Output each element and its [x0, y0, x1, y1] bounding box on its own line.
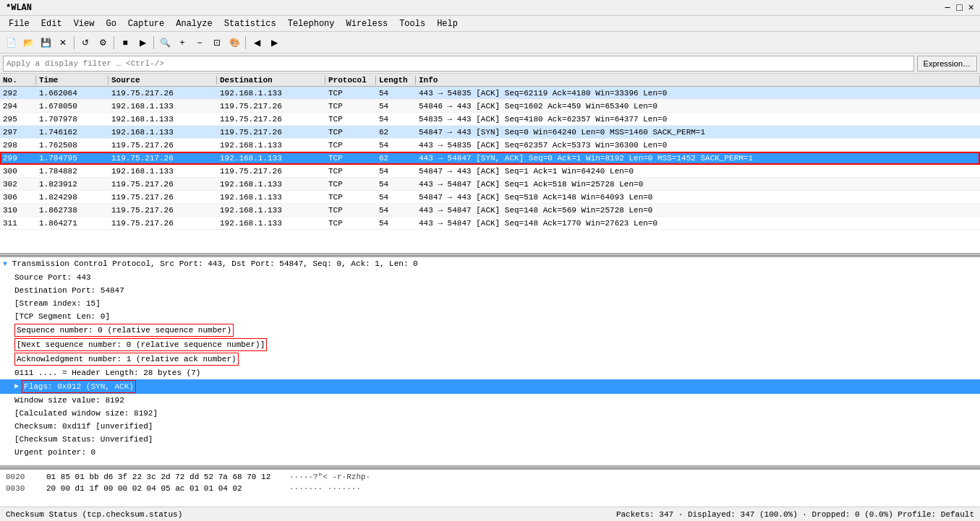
- open-button[interactable]: 📂: [20, 35, 36, 51]
- col-header-protocol: Protocol: [325, 76, 376, 85]
- menu-item-edit[interactable]: Edit: [35, 17, 68, 30]
- ack-number-row: Acknowledgment number: 1 (relative ack n…: [0, 352, 980, 366]
- col-header-no: No.: [0, 76, 36, 85]
- menubar: FileEditViewGoCaptureAnalyzeStatisticsTe…: [0, 16, 980, 32]
- separator-4: [245, 36, 246, 49]
- col-header-source: Source: [108, 76, 217, 85]
- calc-window-value: [Calculated window size: 8192]: [14, 409, 158, 418]
- reset-zoom-button[interactable]: ⊡: [209, 35, 225, 51]
- checksum-status-row: [Checksum Status: Unverified]: [0, 433, 980, 446]
- src-port-value: Source Port: 443: [14, 273, 91, 282]
- expression-button[interactable]: Expression…: [917, 56, 977, 72]
- dst-port-value: Destination Port: 54847: [14, 286, 124, 295]
- col-header-info: Info: [416, 76, 980, 85]
- seq-number-row: Sequence number: 0 (relative sequence nu…: [0, 323, 980, 337]
- minimize-button[interactable]: −: [945, 2, 950, 14]
- reload-button[interactable]: ↺: [77, 35, 93, 51]
- stream-index-row: [Stream index: 15]: [0, 297, 980, 310]
- forward-button[interactable]: ▶: [266, 35, 282, 51]
- colorize-button[interactable]: 🎨: [226, 35, 242, 51]
- hex-row: 002001 85 01 bb d6 3f 22 3c 2d 72 dd 52 …: [6, 471, 974, 483]
- window-size-row: Window size value: 8192: [0, 394, 980, 407]
- table-row[interactable]: 2951.707978192.168.1.133119.75.217.26TCP…: [0, 113, 980, 126]
- maximize-button[interactable]: □: [956, 2, 962, 14]
- menu-item-file[interactable]: File: [3, 17, 35, 30]
- dst-port-row: Destination Port: 54847: [0, 284, 980, 297]
- flags-expand-row[interactable]: ▶ Flags: 0x012 (SYN, ACK): [0, 379, 980, 394]
- packet-rows: 2921.662064119.75.217.26192.168.1.133TCP…: [0, 87, 980, 230]
- stop-button[interactable]: ■: [117, 35, 133, 51]
- header-len-value: 0111 .... = Header Length: 28 bytes (7): [14, 369, 200, 377]
- menu-item-telephony[interactable]: Telephony: [282, 17, 341, 30]
- menu-item-go[interactable]: Go: [100, 17, 122, 30]
- filter-input[interactable]: [3, 56, 914, 72]
- table-row[interactable]: 3111.864271119.75.217.26192.168.1.133TCP…: [0, 217, 980, 230]
- table-row[interactable]: 2941.678050192.168.1.133119.75.217.26TCP…: [0, 100, 980, 113]
- window-controls: − □ ×: [945, 2, 974, 14]
- col-header-time: Time: [36, 76, 108, 85]
- seq-number-box: Sequence number: 0 (relative sequence nu…: [14, 324, 234, 337]
- next-seq-box: [Next sequence number: 0 (relative seque…: [14, 338, 267, 351]
- menu-item-view[interactable]: View: [68, 17, 101, 30]
- filterbar: Expression…: [0, 53, 980, 74]
- flags-box: Flags: 0x012 (SYN, ACK): [22, 380, 136, 393]
- statusbar: Checksum Status (tcp.checksum.status) Pa…: [0, 507, 980, 521]
- capture-options-button[interactable]: ⚙: [95, 35, 111, 51]
- back-button[interactable]: ◀: [249, 35, 265, 51]
- tcp-expand-row[interactable]: ▼ Transmission Control Protocol, Src Por…: [0, 257, 980, 271]
- window-title: *WLAN: [6, 3, 32, 13]
- tcp-seg-len-value: [TCP Segment Len: 0]: [14, 312, 110, 321]
- hex-row: 003020 00 d1 1f 00 00 02 04 05 ac 01 01 …: [6, 483, 974, 494]
- next-seq-row: [Next sequence number: 0 (relative seque…: [0, 337, 980, 352]
- separator-2: [114, 36, 114, 49]
- packet-list: No. Time Source Destination Protocol Len…: [0, 74, 980, 253]
- col-header-length: Length: [376, 76, 416, 85]
- table-row[interactable]: 2921.662064119.75.217.26192.168.1.133TCP…: [0, 87, 980, 100]
- menu-item-capture[interactable]: Capture: [122, 17, 170, 30]
- header-len-row: 0111 .... = Header Length: 28 bytes (7): [0, 366, 980, 379]
- zoom-in-button[interactable]: +: [174, 35, 190, 51]
- urgent-ptr-row: Urgent pointer: 0: [0, 446, 980, 459]
- window-size-value: Window size value: 8192: [14, 396, 124, 405]
- checksum-status-value: [Checksum Status: Unverified]: [14, 435, 153, 444]
- status-right: Packets: 347 · Displayed: 347 (100.0%) ·…: [616, 510, 974, 519]
- menu-item-statistics[interactable]: Statistics: [218, 17, 282, 30]
- table-row[interactable]: 3101.862738119.75.217.26192.168.1.133TCP…: [0, 204, 980, 217]
- menu-item-help[interactable]: Help: [431, 17, 464, 30]
- urgent-ptr-value: Urgent pointer: 0: [14, 448, 95, 457]
- detail-pane: ▼ Transmission Control Protocol, Src Por…: [0, 256, 980, 465]
- tcp-header-label: Transmission Control Protocol, Src Port:…: [12, 259, 418, 268]
- tcp-seg-len-row: [TCP Segment Len: 0]: [0, 310, 980, 323]
- hex-pane: 002001 85 01 bb d6 3f 22 3c 2d 72 dd 52 …: [0, 468, 980, 512]
- calc-window-row: [Calculated window size: 8192]: [0, 407, 980, 420]
- close-button[interactable]: ×: [968, 2, 974, 14]
- table-row[interactable]: 3021.823912119.75.217.26192.168.1.133TCP…: [0, 178, 980, 191]
- table-row[interactable]: 3061.824298119.75.217.26192.168.1.133TCP…: [0, 191, 980, 204]
- table-row[interactable]: 2971.746162192.168.1.133119.75.217.26TCP…: [0, 126, 980, 139]
- menu-item-wireless[interactable]: Wireless: [341, 17, 394, 30]
- stream-index-value: [Stream index: 15]: [14, 299, 101, 308]
- restart-button[interactable]: ▶: [135, 35, 150, 51]
- menu-item-analyze[interactable]: Analyze: [170, 17, 218, 30]
- titlebar: *WLAN − □ ×: [0, 0, 980, 16]
- menu-item-tools[interactable]: Tools: [393, 17, 431, 30]
- table-row[interactable]: 3001.784882192.168.1.133119.75.217.26TCP…: [0, 165, 980, 178]
- table-row[interactable]: 2981.762508119.75.217.26192.168.1.133TCP…: [0, 139, 980, 152]
- save-button[interactable]: 💾: [38, 35, 54, 51]
- zoom-out-button[interactable]: −: [192, 35, 208, 51]
- status-left: Checksum Status (tcp.checksum.status): [6, 510, 182, 519]
- table-row[interactable]: 2991.784795119.75.217.26192.168.1.133TCP…: [0, 152, 980, 165]
- find-button[interactable]: 🔍: [157, 35, 173, 51]
- packet-list-header: No. Time Source Destination Protocol Len…: [0, 74, 980, 87]
- ack-number-box: Acknowledgment number: 1 (relative ack n…: [14, 353, 239, 366]
- src-port-row: Source Port: 443: [0, 271, 980, 284]
- new-capture-button[interactable]: 📄: [3, 35, 19, 51]
- checksum-value: Checksum: 0xd11f [unverified]: [14, 422, 153, 431]
- col-header-destination: Destination: [217, 76, 325, 85]
- separator-3: [153, 36, 154, 49]
- toolbar: 📄 📂 💾 ✕ ↺ ⚙ ■ ▶ 🔍 + − ⊡ 🎨 ◀ ▶: [0, 32, 980, 53]
- separator-1: [74, 36, 74, 49]
- checksum-row: Checksum: 0xd11f [unverified]: [0, 420, 980, 433]
- close-capture-button[interactable]: ✕: [55, 35, 71, 51]
